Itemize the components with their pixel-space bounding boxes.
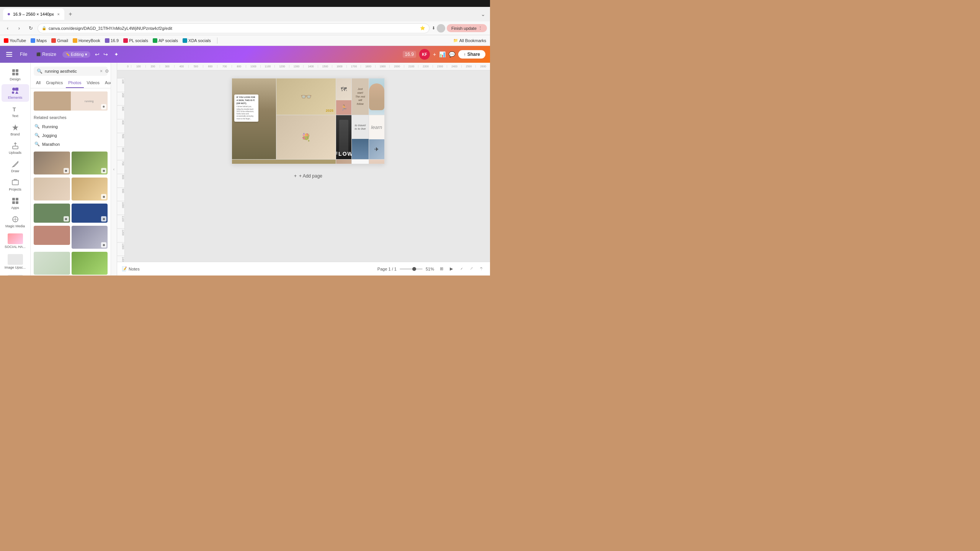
hamburger-menu[interactable] bbox=[5, 51, 14, 58]
finish-update-label: Finish update bbox=[451, 26, 477, 31]
grid-view-button[interactable]: ⊞ bbox=[437, 265, 446, 273]
search-clear-button[interactable]: × bbox=[100, 68, 103, 74]
file-menu-button[interactable]: File bbox=[17, 50, 30, 59]
related-jogging-label: Jogging bbox=[42, 133, 57, 138]
search-tab-videos[interactable]: Videos bbox=[85, 78, 102, 88]
sidebar-item-apps[interactable]: Apps bbox=[2, 194, 29, 212]
bookmark-pl-socials[interactable]: PL socials bbox=[123, 38, 148, 43]
photo-thumb-small-1[interactable] bbox=[34, 224, 70, 249]
svg-rect-5 bbox=[15, 88, 18, 91]
photo-thumb-1[interactable]: ⊕ bbox=[34, 152, 70, 174]
bookmark-xda-socials[interactable]: XDA socials bbox=[183, 38, 211, 43]
sidebar-item-social[interactable]: SOCIAL HA... bbox=[2, 231, 29, 251]
url-text: canva.com/design/DAGD_31TfHY/nMoZyL4WjiN… bbox=[49, 26, 418, 31]
bookmarks-bar: YouTube Maps Gmail HoneyBook 16.9 PL soc… bbox=[0, 35, 490, 46]
comment-button[interactable]: 💬 bbox=[449, 51, 455, 57]
pocketlint-logo: Pocketlint bbox=[460, 266, 485, 272]
share-icon: ↑ bbox=[464, 52, 466, 57]
address-bar[interactable]: 🔒 canva.com/design/DAGD_31TfHY/nMoZyL4Wj… bbox=[38, 23, 430, 33]
search-filter-button[interactable]: ⚙ bbox=[105, 68, 109, 74]
photo-thumb-3[interactable] bbox=[34, 178, 70, 201]
search-input[interactable] bbox=[45, 69, 98, 73]
add-page-icon: + bbox=[294, 173, 297, 179]
redo-button[interactable]: ↪ bbox=[102, 51, 109, 58]
design-icon bbox=[11, 68, 20, 77]
bookmark-youtube[interactable]: YouTube bbox=[4, 38, 26, 43]
bookmark-gmail[interactable]: Gmail bbox=[51, 38, 68, 43]
sidebar-item-image-upsc[interactable]: Image Upsc... bbox=[2, 252, 29, 272]
notes-icon: 📝 bbox=[122, 266, 127, 271]
ruler-left: 100 200 300 400 500 600 700 800 900 1000… bbox=[117, 78, 125, 262]
panel-collapse-button[interactable]: ‹ bbox=[111, 63, 117, 276]
photo-thumb-7[interactable]: ⊕ bbox=[72, 226, 108, 249]
photo-thumb-9[interactable] bbox=[72, 252, 108, 275]
finish-update-button[interactable]: Finish update ⋮ bbox=[447, 24, 487, 32]
sidebar-item-text[interactable]: T Text bbox=[2, 103, 29, 120]
related-item-running[interactable]: 🔍 Running bbox=[34, 122, 108, 131]
search-tab-all[interactable]: All bbox=[34, 78, 43, 88]
editing-label: Editing bbox=[71, 52, 84, 57]
forward-button[interactable]: › bbox=[15, 24, 24, 33]
zoom-slider[interactable] bbox=[400, 268, 423, 270]
back-button[interactable]: ‹ bbox=[3, 24, 12, 33]
bookmark-169[interactable]: 16.9 bbox=[105, 38, 119, 43]
bookmark-maps[interactable]: Maps bbox=[31, 38, 47, 43]
sidebar-draw-label: Draw bbox=[11, 169, 19, 173]
bookmark-gmail-icon bbox=[51, 38, 56, 43]
toolbar-right: 16.9 KF + 📊 💬 ↑ Share bbox=[403, 49, 485, 60]
bookmark-ap-socials[interactable]: AP socials bbox=[153, 38, 178, 43]
resize-button[interactable]: ⬛ Resize bbox=[33, 50, 59, 59]
photo-thumb-6[interactable]: ⊕ bbox=[72, 204, 108, 223]
editing-dropdown[interactable]: ✏️ Editing ▾ bbox=[62, 51, 90, 58]
sparkle-button[interactable]: ✦ bbox=[113, 51, 120, 58]
new-tab-button[interactable]: + bbox=[66, 10, 75, 19]
browser-tab[interactable]: 16.9 – 980 × 551px × bbox=[3, 8, 64, 20]
refresh-button[interactable]: ↻ bbox=[26, 24, 35, 33]
download-button[interactable]: ⬇ bbox=[432, 26, 435, 31]
svg-rect-14 bbox=[16, 201, 18, 204]
sidebar-item-design[interactable]: Design bbox=[2, 66, 29, 83]
photo-thumb-2[interactable]: ⊕ bbox=[72, 152, 108, 174]
sidebar-item-draw[interactable]: Draw bbox=[2, 158, 29, 175]
sidebar-item-brand[interactable]: Brand bbox=[2, 121, 29, 139]
photo-thumb-5[interactable]: ⊕ bbox=[34, 204, 70, 223]
apps-icon bbox=[11, 197, 20, 205]
related-item-marathon[interactable]: 🔍 Marathon bbox=[34, 140, 108, 148]
mb-cell-flowers: 💐 bbox=[276, 115, 336, 159]
user-avatar[interactable]: KF bbox=[419, 49, 430, 60]
svg-rect-13 bbox=[12, 201, 15, 204]
profile-button[interactable] bbox=[437, 24, 445, 33]
photo-thumb-8[interactable] bbox=[34, 252, 70, 275]
mb-cell-map: 🗺 🏃 bbox=[336, 78, 351, 115]
tab-expand-button[interactable]: ⌄ bbox=[479, 10, 487, 19]
search-tab-audio[interactable]: Audio bbox=[103, 78, 111, 88]
sidebar-item-magic[interactable]: Magic Media bbox=[2, 213, 29, 230]
stats-button[interactable]: 📊 bbox=[439, 51, 446, 57]
design-canvas[interactable]: 🔒 ⧉ ↑ Just start!The rest willf bbox=[232, 78, 385, 164]
canvas-content: 🔒 ⧉ ↑ Just start!The rest willf bbox=[222, 78, 385, 182]
present-button[interactable]: ▶ bbox=[447, 265, 456, 273]
search-tab-photos[interactable]: Photos bbox=[66, 78, 83, 88]
sidebar-item-dbl[interactable]: dbl used bbox=[2, 272, 29, 276]
search-panel: 🔍 × ⚙ All Graphics Photos bbox=[31, 63, 111, 276]
related-item-jogging[interactable]: 🔍 Jogging bbox=[34, 131, 108, 140]
add-page-button[interactable]: + + Add page bbox=[288, 170, 328, 182]
draw-icon bbox=[11, 160, 20, 168]
notes-button[interactable]: 📝 Notes bbox=[122, 266, 140, 271]
travel-text: to travel is to live bbox=[353, 124, 367, 130]
bookmark-honeybook[interactable]: HoneyBook bbox=[73, 38, 100, 43]
svg-rect-3 bbox=[16, 73, 18, 75]
share-button[interactable]: ↑ Share bbox=[458, 50, 485, 59]
canvas-bottom-bar: 📝 Notes Page 1 / 1 51% ⊞ ▶ bbox=[117, 262, 490, 276]
all-bookmarks-button[interactable]: 📁 All Bookmarks bbox=[453, 38, 486, 43]
tab-close-button[interactable]: × bbox=[57, 12, 60, 16]
search-tab-graphics[interactable]: Graphics bbox=[44, 78, 65, 88]
add-collaborator-button[interactable]: + bbox=[433, 51, 436, 57]
sidebar-item-uploads[interactable]: Uploads bbox=[2, 139, 29, 157]
sidebar-item-projects[interactable]: Projects bbox=[2, 176, 29, 194]
canvas-scroll[interactable]: 100 200 300 400 500 600 700 800 900 1000… bbox=[117, 70, 490, 262]
sidebar-item-elements[interactable]: Elements bbox=[2, 84, 29, 102]
search-jogging-icon: 🔍 bbox=[34, 133, 40, 138]
photo-thumb-4[interactable]: ⊕ bbox=[72, 178, 108, 201]
undo-button[interactable]: ↩ bbox=[93, 51, 101, 58]
